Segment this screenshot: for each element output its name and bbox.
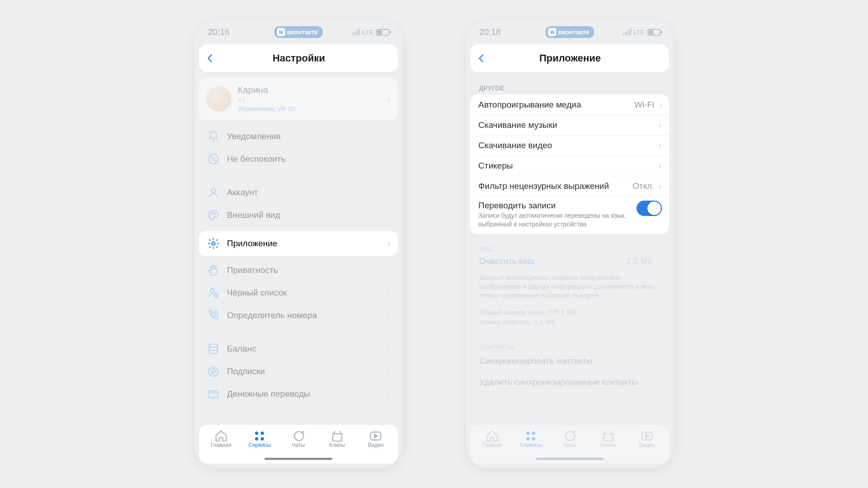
nav-label: Чаты xyxy=(292,442,305,448)
svg-point-17 xyxy=(261,432,264,435)
row-label: Скачивание видео xyxy=(478,141,654,150)
row-app[interactable]: Приложение › xyxy=(199,231,398,256)
translate-toggle[interactable] xyxy=(637,201,662,216)
row-dnd[interactable]: Не беспокоить › xyxy=(199,148,398,170)
bell-icon xyxy=(207,130,220,143)
home-icon xyxy=(486,429,499,441)
svg-point-12 xyxy=(209,344,218,347)
chevron-right-icon: › xyxy=(659,140,662,150)
svg-line-11 xyxy=(217,314,219,316)
nav-label: Сервисы xyxy=(520,442,542,448)
profile-card[interactable]: Карина +7 Управление VK ID › xyxy=(199,78,398,121)
manage-vkid-link[interactable]: Управление VK ID xyxy=(238,105,381,113)
row-autoplay[interactable]: Автопроигрывание медиа Wi-Fi › xyxy=(470,94,669,115)
row-account[interactable]: Аккаунт › xyxy=(199,181,398,204)
phone-search-icon xyxy=(207,309,220,322)
battery-icon xyxy=(376,29,390,36)
row-clear-cache[interactable]: Очистить кеш 1,5 МБ › xyxy=(470,255,669,267)
row-appearance[interactable]: Внешний вид › xyxy=(199,204,398,226)
svg-line-9 xyxy=(215,294,217,297)
chevron-right-icon: › xyxy=(387,310,391,321)
network-label: LTE xyxy=(634,29,645,36)
row-subs[interactable]: Подписки › xyxy=(199,360,398,383)
services-icon xyxy=(524,429,538,441)
nav-clips[interactable]: Клипы xyxy=(319,429,355,448)
row-privacy[interactable]: Приватность › xyxy=(199,259,398,282)
cache-total: Общий размер кеша: 276,7 МБ xyxy=(470,307,669,317)
nav-home[interactable]: Главная xyxy=(474,429,510,448)
nav-label: Чаты xyxy=(563,442,576,448)
section-contacts: КОНТАКТЫ xyxy=(470,337,669,353)
home-indicator xyxy=(264,458,332,460)
svg-point-18 xyxy=(255,437,259,441)
row-value: Откл. xyxy=(632,181,654,191)
svg-point-7 xyxy=(210,289,214,293)
nav-services[interactable]: Сервисы xyxy=(513,429,549,448)
row-profanity[interactable]: Фильтр нецензурных выражений Откл. › xyxy=(470,176,669,196)
nav-label: Видео xyxy=(639,442,655,448)
gear-icon xyxy=(207,237,220,250)
row-notifications[interactable]: Уведомления › xyxy=(199,125,398,148)
row-blacklist[interactable]: Чёрный список › xyxy=(199,282,398,304)
row-transfers[interactable]: Денежные переводы › xyxy=(199,383,398,405)
coins-icon xyxy=(207,343,220,355)
chevron-right-icon: › xyxy=(387,288,391,298)
row-app-card: Приложение › xyxy=(199,231,398,256)
svg-point-5 xyxy=(215,214,216,215)
row-delete-contacts[interactable]: Удалить синхронизированные контакты xyxy=(470,372,669,387)
nav-services[interactable]: Сервисы xyxy=(241,429,278,448)
nav-clips[interactable]: Клипы xyxy=(590,429,627,448)
row-label: Приложение xyxy=(227,239,380,249)
other-card: Автопроигрывание медиа Wi-Fi › Скачивани… xyxy=(470,94,669,234)
row-music-dl[interactable]: Скачивание музыки › xyxy=(470,115,669,135)
signal-icon xyxy=(623,29,631,35)
row-balance[interactable]: Баланс › xyxy=(199,338,398,360)
chevron-right-icon: › xyxy=(387,131,391,142)
section-cache: КЕШ xyxy=(470,239,669,255)
page-title: Настройки xyxy=(206,52,392,64)
nav-label: Клипы xyxy=(329,442,345,448)
row-callerid[interactable]: Определитель номера › xyxy=(199,304,398,327)
battery-icon xyxy=(647,29,661,36)
chevron-right-icon: › xyxy=(387,239,391,249)
row-label: Подписки xyxy=(227,366,380,376)
nav-chats[interactable]: Чаты xyxy=(552,429,588,448)
row-video-dl[interactable]: Скачивание видео › xyxy=(470,135,669,155)
row-label: Денежные переводы xyxy=(227,389,380,399)
hand-icon xyxy=(207,264,220,277)
row-label: Внешний вид xyxy=(227,210,380,220)
svg-point-24 xyxy=(532,437,536,441)
row-sync-contacts[interactable]: Синхронизировать контакты xyxy=(470,353,669,371)
vk-brand-badge: w вконтакте xyxy=(546,26,594,38)
chevron-right-icon: › xyxy=(659,120,662,130)
nav-home[interactable]: Главная xyxy=(203,429,239,448)
nav-video[interactable]: Видео xyxy=(629,429,665,448)
row-label: Фильтр нецензурных выражений xyxy=(478,181,628,191)
video-icon xyxy=(369,429,382,441)
signal-icon xyxy=(352,29,360,35)
row-label: Переводить записи xyxy=(478,201,632,211)
nav-video[interactable]: Видео xyxy=(358,429,394,448)
svg-point-22 xyxy=(532,432,536,435)
chevron-right-icon: › xyxy=(659,160,662,171)
dnd-icon xyxy=(207,153,220,165)
vk-logo-icon: w xyxy=(277,28,285,36)
row-label: Стикеры xyxy=(478,161,654,171)
chevron-right-icon: › xyxy=(387,389,391,399)
row-label: Определитель номера xyxy=(227,310,380,320)
chevron-right-icon: › xyxy=(387,344,391,354)
chat-icon xyxy=(292,429,305,441)
palette-icon xyxy=(207,209,220,221)
nav-chats[interactable]: Чаты xyxy=(280,429,316,448)
nav-label: Клипы xyxy=(600,442,617,448)
row-stickers[interactable]: Стикеры › xyxy=(470,155,669,176)
chevron-right-icon: › xyxy=(659,181,662,191)
row-translate[interactable]: Переводить записи Записи будут автоматич… xyxy=(470,196,669,234)
header: Приложение xyxy=(470,44,669,72)
svg-line-1 xyxy=(210,156,217,162)
row-label: Чёрный список xyxy=(227,288,380,298)
clips-icon xyxy=(330,429,344,441)
row-label: Приватность xyxy=(227,265,380,275)
status-time: 20:18 xyxy=(479,27,501,37)
svg-point-3 xyxy=(211,214,212,215)
